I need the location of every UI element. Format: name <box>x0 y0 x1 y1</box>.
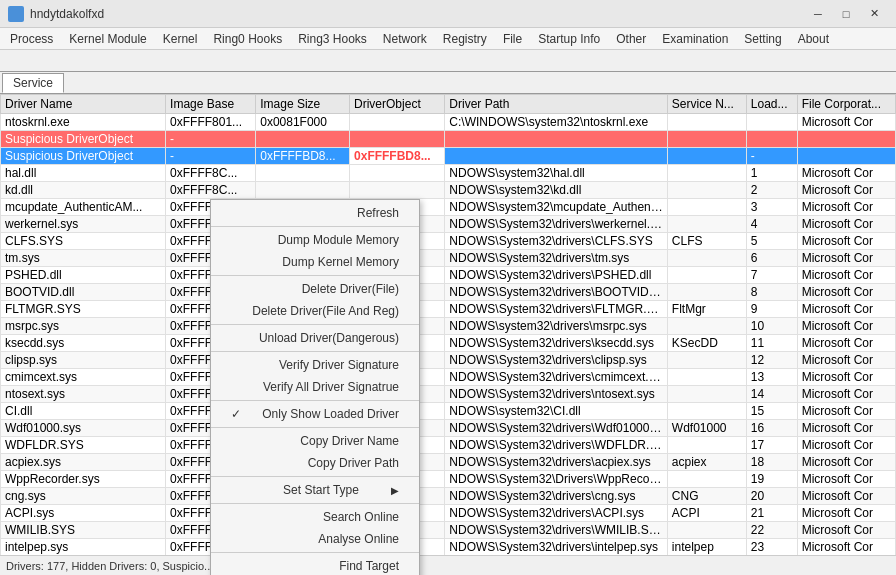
table-row[interactable]: PSHED.dll0xFFFF8C...NDOWS\System32\drive… <box>1 267 896 284</box>
menu-item-examination[interactable]: Examination <box>654 30 736 48</box>
col-image-base[interactable]: Image Base <box>166 95 256 114</box>
close-button[interactable]: ✕ <box>860 0 888 28</box>
menu-item-kernel-module[interactable]: Kernel Module <box>61 30 154 48</box>
ctx-item-verify-driver-signature[interactable]: Verify Driver Signature <box>211 354 419 376</box>
cell-0: ntoskrnl.exe <box>1 114 166 131</box>
ctx-separator-14 <box>211 427 419 428</box>
cell-5 <box>667 267 746 284</box>
col-driver-object[interactable]: DriverObject <box>350 95 445 114</box>
ctx-item-find-target[interactable]: Find Target <box>211 555 419 575</box>
menu-item-startup-info[interactable]: Startup Info <box>530 30 608 48</box>
table-row[interactable]: intelpep.sys0xFFFF8C...NDOWS\System32\dr… <box>1 539 896 556</box>
menu-item-other[interactable]: Other <box>608 30 654 48</box>
table-container[interactable]: Driver Name Image Base Image Size Driver… <box>0 94 896 555</box>
col-service[interactable]: Service N... <box>667 95 746 114</box>
cell-5 <box>667 352 746 369</box>
ctx-item-analyse-online[interactable]: Analyse Online <box>211 528 419 550</box>
menu-item-network[interactable]: Network <box>375 30 435 48</box>
ctx-check-icon: ✓ <box>231 407 247 421</box>
status-text: Drivers: 177, Hidden Drivers: 0, Suspici… <box>6 560 213 572</box>
cell-4: NDOWS\System32\drivers\werkernel.sys <box>445 216 667 233</box>
cell-7: Microsoft Cor <box>797 369 895 386</box>
ctx-item-unload-driver(dangerous)[interactable]: Unload Driver(Dangerous) <box>211 327 419 349</box>
table-row[interactable]: cng.sys0xFFFF8C...NDOWS\System32\drivers… <box>1 488 896 505</box>
tab-service[interactable]: Service <box>2 73 64 93</box>
cell-0: Wdf01000.sys <box>1 420 166 437</box>
ctx-item-set-start-type[interactable]: Set Start Type▶ <box>211 479 419 501</box>
ctx-item-copy-driver-name[interactable]: Copy Driver Name <box>211 430 419 452</box>
table-row[interactable]: CLFS.SYS0xFFFF8C...NDOWS\System32\driver… <box>1 233 896 250</box>
cell-6: 5 <box>746 233 797 250</box>
table-row[interactable]: CI.dll0xFFFF8C...NDOWS\system32\CI.dll15… <box>1 403 896 420</box>
table-row[interactable]: FLTMGR.SYS0xFFFF8C...NDOWS\System32\driv… <box>1 301 896 318</box>
table-row[interactable]: WDFLDR.SYS0xFFFF8C...NDOWS\System32\driv… <box>1 437 896 454</box>
ctx-item-dump-kernel-memory[interactable]: Dump Kernel Memory <box>211 251 419 273</box>
col-driver-path[interactable]: Driver Path <box>445 95 667 114</box>
menu-bar: ProcessKernel ModuleKernelRing0 HooksRin… <box>0 28 896 50</box>
cell-2 <box>256 165 350 182</box>
table-row[interactable]: WMILIB.SYS0xFFFF8C...NDOWS\System32\driv… <box>1 522 896 539</box>
table-row[interactable]: mcupdate_AuthenticAM...0xFFFF8C...NDOWS\… <box>1 199 896 216</box>
table-row[interactable]: Wdf01000.sys0xFFFF8C...NDOWS\System32\dr… <box>1 420 896 437</box>
table-row[interactable]: msrpc.sys0xFFFF8C...NDOWS\system32\drive… <box>1 318 896 335</box>
table-row[interactable]: cmimcext.sys0xFFFF8C...NDOWS\System32\dr… <box>1 369 896 386</box>
ctx-item-search-online[interactable]: Search Online <box>211 506 419 528</box>
ctx-item-copy-driver-path[interactable]: Copy Driver Path <box>211 452 419 474</box>
cell-5: Wdf01000 <box>667 420 746 437</box>
col-corp[interactable]: File Corporat... <box>797 95 895 114</box>
cell-0: ntosext.sys <box>1 386 166 403</box>
cell-6: - <box>746 148 797 165</box>
menu-item-setting[interactable]: Setting <box>736 30 789 48</box>
cell-5: intelpep <box>667 539 746 556</box>
cell-5 <box>667 522 746 539</box>
cell-4: NDOWS\System32\drivers\tm.sys <box>445 250 667 267</box>
menu-item-ring0-hooks[interactable]: Ring0 Hooks <box>205 30 290 48</box>
menu-item-process[interactable]: Process <box>2 30 61 48</box>
cell-4: NDOWS\system32\kd.dll <box>445 182 667 199</box>
col-driver-name[interactable]: Driver Name <box>1 95 166 114</box>
cell-7: Microsoft Cor <box>797 318 895 335</box>
table-row[interactable]: tm.sys0xFFFF8C...NDOWS\System32\drivers\… <box>1 250 896 267</box>
minimize-button[interactable]: ─ <box>804 0 832 28</box>
cell-0: CLFS.SYS <box>1 233 166 250</box>
cell-6: 11 <box>746 335 797 352</box>
table-row[interactable]: acpiex.sys0xFFFF8C...NDOWS\System32\driv… <box>1 454 896 471</box>
table-row[interactable]: werkernel.sys0xFFFF8C...NDOWS\System32\d… <box>1 216 896 233</box>
ctx-item-refresh[interactable]: Refresh <box>211 202 419 224</box>
menu-item-file[interactable]: File <box>495 30 530 48</box>
ctx-item-only-show-loaded-driver[interactable]: ✓Only Show Loaded Driver <box>211 403 419 425</box>
cell-1: 0xFFFF8C... <box>166 182 256 199</box>
menu-item-about[interactable]: About <box>790 30 837 48</box>
table-row[interactable]: ksecdd.sys0xFFFF8C...NDOWS\System32\driv… <box>1 335 896 352</box>
table-row[interactable]: clipsp.sys0xFFFF8C...NDOWS\System32\driv… <box>1 352 896 369</box>
table-row[interactable]: WppRecorder.sys0xFFFF8C...NDOWS\System32… <box>1 471 896 488</box>
cell-4: NDOWS\System32\drivers\ACPI.sys <box>445 505 667 522</box>
ctx-item-delete-driver(file)[interactable]: Delete Driver(File) <box>211 278 419 300</box>
cell-7: Microsoft Cor <box>797 335 895 352</box>
maximize-button[interactable]: □ <box>832 0 860 28</box>
ctx-item-dump-module-memory[interactable]: Dump Module Memory <box>211 229 419 251</box>
table-row[interactable]: kd.dll0xFFFF8C...NDOWS\system32\kd.dll2M… <box>1 182 896 199</box>
table-row[interactable]: BOOTVID.dll0xFFFF8C...NDOWS\System32\dri… <box>1 284 896 301</box>
cell-5 <box>667 148 746 165</box>
table-row[interactable]: Suspicious DriverObject-0xFFFFBD8...0xFF… <box>1 148 896 165</box>
table-row[interactable]: ntosext.sys0xFFFF8C...NDOWS\System32\dri… <box>1 386 896 403</box>
status-bar: Drivers: 177, Hidden Drivers: 0, Suspici… <box>0 555 896 575</box>
cell-7: Microsoft Cor <box>797 267 895 284</box>
table-row[interactable]: ntoskrnl.exe0xFFFF801...0x0081F000C:\WIN… <box>1 114 896 131</box>
menu-item-ring3-hooks[interactable]: Ring3 Hooks <box>290 30 375 48</box>
cell-7: Microsoft Cor <box>797 250 895 267</box>
table-row[interactable]: Suspicious DriverObject- <box>1 131 896 148</box>
cell-4: NDOWS\System32\drivers\BOOTVID.dll <box>445 284 667 301</box>
menu-item-registry[interactable]: Registry <box>435 30 495 48</box>
ctx-item-label: Dump Module Memory <box>278 233 399 247</box>
table-row[interactable]: ACPI.sys0xFFFF8C...NDOWS\System32\driver… <box>1 505 896 522</box>
col-load[interactable]: Load... <box>746 95 797 114</box>
col-image-size[interactable]: Image Size <box>256 95 350 114</box>
cell-0: hal.dll <box>1 165 166 182</box>
menu-item-kernel[interactable]: Kernel <box>155 30 206 48</box>
ctx-item-verify-all-driver-signatrue[interactable]: Verify All Driver Signatrue <box>211 376 419 398</box>
table-row[interactable]: hal.dll0xFFFF8C...NDOWS\system32\hal.dll… <box>1 165 896 182</box>
cell-4: NDOWS\system32\drivers\msrpc.sys <box>445 318 667 335</box>
ctx-item-delete-driver(file-and-reg)[interactable]: Delete Driver(File And Reg) <box>211 300 419 322</box>
